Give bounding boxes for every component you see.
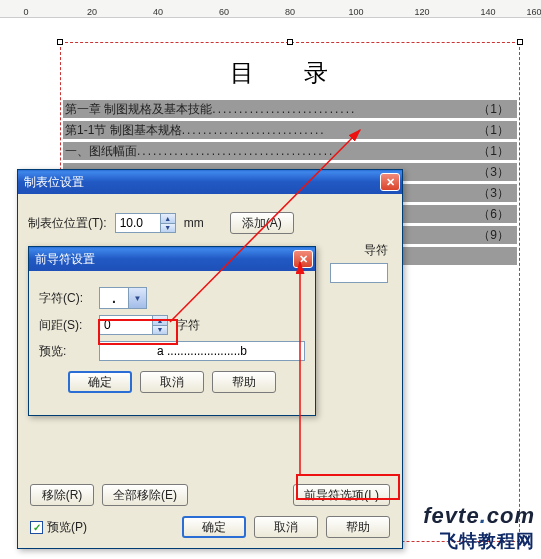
unit-label: mm [184, 216, 204, 230]
preview-checkbox[interactable]: ✓ 预览(P) [30, 519, 87, 536]
cancel-button[interactable]: 取消 [254, 516, 318, 538]
doc-title: 目 录 [61, 43, 519, 97]
tab-position-spinner[interactable]: ▲▼ [115, 213, 176, 233]
char-label: 字符(C): [39, 290, 91, 307]
spacing-unit: 字符 [176, 317, 200, 334]
leader-field[interactable] [330, 263, 388, 283]
ok-button[interactable]: 确定 [182, 516, 246, 538]
toc-row: 一、图纸幅面..................................… [63, 142, 517, 160]
remove-button[interactable]: 移除(R) [30, 484, 94, 506]
spin-down-icon[interactable]: ▼ [152, 325, 167, 335]
toc-row: 第1-1节 制图基本规格...........................（… [63, 121, 517, 139]
chevron-down-icon[interactable]: ▼ [128, 288, 146, 308]
toc-row: 第一章 制图规格及基本技能...........................… [63, 100, 517, 118]
help-button[interactable]: 帮助 [212, 371, 276, 393]
remove-all-button[interactable]: 全部移除(E) [102, 484, 188, 506]
dialog-title: 前导符设置 [35, 251, 95, 268]
leader-label: 导符 [364, 242, 388, 259]
dialog-titlebar[interactable]: 前导符设置 ✕ [29, 247, 315, 271]
spin-down-icon[interactable]: ▼ [160, 223, 175, 233]
close-icon[interactable]: ✕ [380, 173, 400, 191]
add-button[interactable]: 添加(A) [230, 212, 294, 234]
spin-up-icon[interactable]: ▲ [152, 316, 167, 325]
tab-position-input[interactable] [116, 214, 160, 232]
spacing-spinner[interactable]: ▲▼ [99, 315, 168, 335]
dialog-titlebar[interactable]: 制表位设置 ✕ [18, 170, 402, 194]
preview-label: 预览: [39, 343, 91, 360]
watermark: fevte.com 飞特教程网 [423, 503, 535, 553]
char-combo[interactable]: . ▼ [99, 287, 147, 309]
dialog-title: 制表位设置 [24, 174, 84, 191]
tab-position-label: 制表位位置(T): [28, 215, 107, 232]
help-button[interactable]: 帮助 [326, 516, 390, 538]
checkmark-icon: ✓ [30, 521, 43, 534]
leader-settings-dialog: 前导符设置 ✕ 字符(C): . ▼ 间距(S): ▲▼ 字符 预览: 确定 取… [28, 246, 316, 416]
spin-up-icon[interactable]: ▲ [160, 214, 175, 223]
leader-options-button[interactable]: 前导符选项(L) [293, 484, 390, 506]
ok-button[interactable]: 确定 [68, 371, 132, 393]
spacing-input[interactable] [100, 316, 152, 334]
spacing-label: 间距(S): [39, 317, 91, 334]
cancel-button[interactable]: 取消 [140, 371, 204, 393]
horizontal-ruler: 0 20 40 60 80 100 120 140 160 [0, 0, 541, 18]
close-icon[interactable]: ✕ [293, 250, 313, 268]
preview-field[interactable] [99, 341, 305, 361]
